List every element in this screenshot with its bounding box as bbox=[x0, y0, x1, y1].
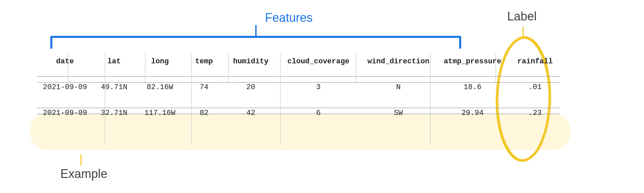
cell-long: 117.16W bbox=[135, 100, 185, 126]
cell-temp: 74 bbox=[185, 74, 223, 100]
cell-cloud-coverage: 3 bbox=[278, 74, 359, 100]
cell-lat: 32.71N bbox=[93, 100, 135, 126]
label-annotation: Label bbox=[507, 9, 537, 23]
cell-wind-direction: N bbox=[359, 74, 439, 100]
cell-long: 82.16W bbox=[135, 74, 185, 100]
col-header-cloud-coverage: cloud_coverage bbox=[278, 49, 359, 74]
col-header-date: date bbox=[37, 49, 93, 74]
data-table: date lat long temp humidity cloud_covera… bbox=[37, 49, 564, 126]
cell-cloud-coverage: 6 bbox=[278, 100, 359, 126]
cell-temp: 82 bbox=[185, 100, 223, 126]
col-header-temp: temp bbox=[185, 49, 223, 74]
col-header-humidity: humidity bbox=[223, 49, 278, 74]
cell-rainfall: .01 bbox=[506, 74, 564, 100]
col-header-long: long bbox=[135, 49, 185, 74]
col-header-atmp-pressure: atmp_pressure bbox=[438, 49, 506, 74]
cell-humidity: 42 bbox=[223, 100, 278, 126]
table-header-row: date lat long temp humidity cloud_covera… bbox=[37, 49, 564, 74]
cell-date: 2021-09-09 bbox=[37, 74, 93, 100]
col-header-rainfall: rainfall bbox=[506, 49, 564, 74]
features-bracket bbox=[50, 36, 461, 49]
cell-atmp-pressure: 18.6 bbox=[438, 74, 506, 100]
col-header-lat: lat bbox=[93, 49, 135, 74]
example-connector-line bbox=[80, 154, 82, 166]
ml-data-diagram: Features Label Example date lat long tem… bbox=[0, 0, 644, 20]
cell-atmp-pressure: 29.94 bbox=[438, 100, 506, 126]
cell-lat: 49.71N bbox=[93, 74, 135, 100]
features-annotation: Features bbox=[265, 11, 313, 25]
cell-wind-direction: SW bbox=[359, 100, 439, 126]
cell-rainfall: .23 bbox=[506, 100, 564, 126]
cell-humidity: 20 bbox=[223, 74, 278, 100]
example-annotation: Example bbox=[60, 167, 107, 181]
table-row: 2021-09-09 49.71N 82.16W 74 20 3 N 18.6 … bbox=[37, 74, 564, 100]
cell-date: 2021-09-09 bbox=[37, 100, 93, 126]
table-row: 2021-09-09 32.71N 117.16W 82 42 6 SW 29.… bbox=[37, 100, 564, 126]
col-header-wind-direction: wind_direction bbox=[359, 49, 439, 74]
